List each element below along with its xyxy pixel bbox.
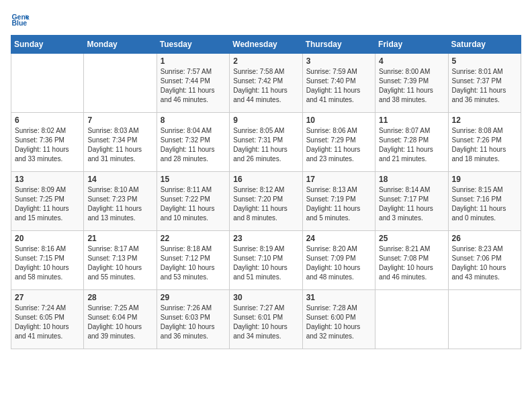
day-info: Sunrise: 7:26 AM Sunset: 6:03 PM Dayligh… <box>161 304 226 341</box>
calendar-cell: 6Sunrise: 8:02 AM Sunset: 7:36 PM Daylig… <box>11 113 84 172</box>
day-info: Sunrise: 8:07 AM Sunset: 7:28 PM Dayligh… <box>379 126 444 164</box>
calendar-cell: 11Sunrise: 8:07 AM Sunset: 7:28 PM Dayli… <box>375 113 448 172</box>
calendar-cell: 31Sunrise: 7:28 AM Sunset: 6:00 PM Dayli… <box>302 290 375 349</box>
day-number: 27 <box>15 293 80 302</box>
calendar-cell: 10Sunrise: 8:06 AM Sunset: 7:29 PM Dayli… <box>302 113 375 172</box>
day-number: 4 <box>379 56 444 66</box>
day-number: 18 <box>379 175 444 184</box>
day-info: Sunrise: 8:08 AM Sunset: 7:26 PM Dayligh… <box>452 126 517 164</box>
calendar-cell: 24Sunrise: 8:20 AM Sunset: 7:09 PM Dayli… <box>302 231 375 290</box>
calendar-cell: 7Sunrise: 8:03 AM Sunset: 7:34 PM Daylig… <box>84 113 157 172</box>
day-info: Sunrise: 8:12 AM Sunset: 7:20 PM Dayligh… <box>233 185 298 223</box>
day-info: Sunrise: 8:00 AM Sunset: 7:39 PM Dayligh… <box>379 67 444 105</box>
day-info: Sunrise: 8:06 AM Sunset: 7:29 PM Dayligh… <box>306 126 371 164</box>
weekday-header-saturday: Saturday <box>448 36 521 54</box>
calendar-cell: 20Sunrise: 8:16 AM Sunset: 7:15 PM Dayli… <box>11 231 84 290</box>
day-number: 1 <box>161 56 226 66</box>
day-number: 2 <box>233 56 298 66</box>
calendar-body: 1Sunrise: 7:57 AM Sunset: 7:44 PM Daylig… <box>11 54 521 349</box>
day-info: Sunrise: 8:04 AM Sunset: 7:32 PM Dayligh… <box>161 126 226 164</box>
logo-icon: General Blue <box>11 11 30 30</box>
day-info: Sunrise: 8:11 AM Sunset: 7:22 PM Dayligh… <box>161 185 226 223</box>
day-info: Sunrise: 8:15 AM Sunset: 7:16 PM Dayligh… <box>452 185 517 223</box>
day-number: 3 <box>306 56 371 66</box>
day-info: Sunrise: 8:17 AM Sunset: 7:13 PM Dayligh… <box>87 244 152 282</box>
calendar-cell <box>11 54 84 113</box>
day-number: 14 <box>87 175 152 184</box>
weekday-header-friday: Friday <box>375 36 448 54</box>
day-info: Sunrise: 7:25 AM Sunset: 6:04 PM Dayligh… <box>87 304 152 341</box>
day-info: Sunrise: 8:19 AM Sunset: 7:10 PM Dayligh… <box>233 244 298 282</box>
day-info: Sunrise: 8:23 AM Sunset: 7:06 PM Dayligh… <box>452 244 517 282</box>
day-info: Sunrise: 8:13 AM Sunset: 7:19 PM Dayligh… <box>306 185 371 223</box>
day-info: Sunrise: 8:21 AM Sunset: 7:08 PM Dayligh… <box>379 244 444 282</box>
day-number: 24 <box>306 234 371 243</box>
calendar-cell: 13Sunrise: 8:09 AM Sunset: 7:25 PM Dayli… <box>11 172 84 231</box>
calendar-cell: 16Sunrise: 8:12 AM Sunset: 7:20 PM Dayli… <box>230 172 302 231</box>
day-number: 6 <box>15 116 80 125</box>
day-number: 19 <box>452 175 517 184</box>
day-number: 17 <box>306 175 371 184</box>
day-number: 25 <box>379 234 444 243</box>
calendar-cell: 22Sunrise: 8:18 AM Sunset: 7:12 PM Dayli… <box>157 231 229 290</box>
day-info: Sunrise: 7:27 AM Sunset: 6:01 PM Dayligh… <box>233 304 298 341</box>
calendar-cell: 27Sunrise: 7:24 AM Sunset: 6:05 PM Dayli… <box>11 290 84 349</box>
calendar-cell: 30Sunrise: 7:27 AM Sunset: 6:01 PM Dayli… <box>230 290 302 349</box>
day-number: 5 <box>452 56 517 66</box>
day-info: Sunrise: 8:18 AM Sunset: 7:12 PM Dayligh… <box>161 244 226 282</box>
calendar-cell: 15Sunrise: 8:11 AM Sunset: 7:22 PM Dayli… <box>157 172 229 231</box>
day-info: Sunrise: 8:03 AM Sunset: 7:34 PM Dayligh… <box>87 126 152 164</box>
day-number: 31 <box>306 293 371 302</box>
day-info: Sunrise: 8:01 AM Sunset: 7:37 PM Dayligh… <box>452 67 517 105</box>
svg-text:Blue: Blue <box>11 19 27 27</box>
day-info: Sunrise: 7:59 AM Sunset: 7:40 PM Dayligh… <box>306 67 371 105</box>
day-info: Sunrise: 8:10 AM Sunset: 7:23 PM Dayligh… <box>87 185 152 223</box>
calendar-week-row: 27Sunrise: 7:24 AM Sunset: 6:05 PM Dayli… <box>11 290 521 349</box>
weekday-header-monday: Monday <box>84 36 157 54</box>
day-number: 7 <box>87 116 152 125</box>
calendar-cell: 21Sunrise: 8:17 AM Sunset: 7:13 PM Dayli… <box>84 231 157 290</box>
day-number: 10 <box>306 116 371 125</box>
day-info: Sunrise: 8:16 AM Sunset: 7:15 PM Dayligh… <box>15 244 80 282</box>
calendar-table: SundayMondayTuesdayWednesdayThursdayFrid… <box>11 35 521 349</box>
weekday-header-sunday: Sunday <box>11 36 84 54</box>
calendar-cell: 14Sunrise: 8:10 AM Sunset: 7:23 PM Dayli… <box>84 172 157 231</box>
day-number: 11 <box>379 116 444 125</box>
calendar-cell <box>375 290 448 349</box>
calendar-cell: 3Sunrise: 7:59 AM Sunset: 7:40 PM Daylig… <box>302 54 375 113</box>
calendar-cell: 5Sunrise: 8:01 AM Sunset: 7:37 PM Daylig… <box>448 54 521 113</box>
calendar-cell <box>84 54 157 113</box>
calendar-week-row: 6Sunrise: 8:02 AM Sunset: 7:36 PM Daylig… <box>11 113 521 172</box>
day-number: 8 <box>161 116 226 125</box>
day-info: Sunrise: 8:02 AM Sunset: 7:36 PM Dayligh… <box>15 126 80 164</box>
calendar-cell: 2Sunrise: 7:58 AM Sunset: 7:42 PM Daylig… <box>230 54 302 113</box>
day-number: 26 <box>452 234 517 243</box>
weekday-header-wednesday: Wednesday <box>230 36 302 54</box>
calendar-cell: 9Sunrise: 8:05 AM Sunset: 7:31 PM Daylig… <box>230 113 302 172</box>
calendar-cell: 1Sunrise: 7:57 AM Sunset: 7:44 PM Daylig… <box>157 54 229 113</box>
calendar-cell: 29Sunrise: 7:26 AM Sunset: 6:03 PM Dayli… <box>157 290 229 349</box>
day-info: Sunrise: 8:14 AM Sunset: 7:17 PM Dayligh… <box>379 185 444 223</box>
day-number: 23 <box>233 234 298 243</box>
calendar-week-row: 1Sunrise: 7:57 AM Sunset: 7:44 PM Daylig… <box>11 54 521 113</box>
calendar-cell: 4Sunrise: 8:00 AM Sunset: 7:39 PM Daylig… <box>375 54 448 113</box>
day-info: Sunrise: 7:57 AM Sunset: 7:44 PM Dayligh… <box>161 67 226 105</box>
calendar-week-row: 13Sunrise: 8:09 AM Sunset: 7:25 PM Dayli… <box>11 172 521 231</box>
calendar-cell: 23Sunrise: 8:19 AM Sunset: 7:10 PM Dayli… <box>230 231 302 290</box>
day-number: 28 <box>87 293 152 302</box>
day-number: 21 <box>87 234 152 243</box>
calendar-cell: 28Sunrise: 7:25 AM Sunset: 6:04 PM Dayli… <box>84 290 157 349</box>
day-info: Sunrise: 7:58 AM Sunset: 7:42 PM Dayligh… <box>233 67 298 105</box>
calendar-week-row: 20Sunrise: 8:16 AM Sunset: 7:15 PM Dayli… <box>11 231 521 290</box>
day-number: 13 <box>15 175 80 184</box>
day-info: Sunrise: 7:28 AM Sunset: 6:00 PM Dayligh… <box>306 304 371 341</box>
calendar-cell: 25Sunrise: 8:21 AM Sunset: 7:08 PM Dayli… <box>375 231 448 290</box>
day-number: 30 <box>233 293 298 302</box>
calendar-cell: 8Sunrise: 8:04 AM Sunset: 7:32 PM Daylig… <box>157 113 229 172</box>
calendar-cell <box>448 290 521 349</box>
day-info: Sunrise: 7:24 AM Sunset: 6:05 PM Dayligh… <box>15 304 80 341</box>
day-number: 9 <box>233 116 298 125</box>
day-number: 29 <box>161 293 226 302</box>
calendar-cell: 18Sunrise: 8:14 AM Sunset: 7:17 PM Dayli… <box>375 172 448 231</box>
day-info: Sunrise: 8:09 AM Sunset: 7:25 PM Dayligh… <box>15 185 80 223</box>
